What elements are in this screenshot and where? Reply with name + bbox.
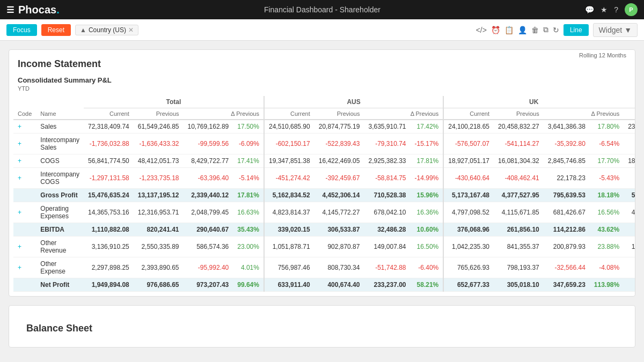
aus-current: 4,823,814.37	[264, 202, 314, 223]
avatar[interactable]: P	[625, 3, 638, 16]
total-delta: 8,429,722.77	[184, 154, 233, 168]
aus-current: 633,911.40	[264, 278, 314, 292]
code-icon[interactable]: </>	[476, 26, 487, 34]
aus-pct: 58.21%	[411, 278, 444, 292]
total-pct: 99.64%	[233, 278, 264, 292]
total-delta: 290,640.67	[184, 223, 233, 237]
aus-pct: 17.42%	[411, 120, 444, 134]
row-code[interactable]: +	[13, 134, 36, 154]
total-delta: -63,396.40	[184, 168, 233, 189]
row-code[interactable]: +	[13, 154, 36, 168]
toolbar-right: </> ⏰ 📋 👤 🗑 ⧉ ↻ Line Widget ▼	[476, 23, 638, 37]
user-icon[interactable]: 👤	[518, 26, 527, 34]
aus-previous: 4,145,772.27	[314, 202, 364, 223]
uk-previous: 305,018.10	[494, 278, 544, 292]
line-button[interactable]: Line	[564, 24, 589, 36]
table-row: + Other Expense 2,297,898.25 2,393,890.6…	[13, 257, 635, 278]
logo-text: Phocas.	[18, 4, 60, 16]
table-row: Net Profit 1,949,894.08 976,686.65 973,2…	[13, 278, 635, 292]
extra-current: 395,792.97	[624, 223, 635, 237]
row-code[interactable]: +	[13, 237, 36, 257]
uk-pct: 23.88%	[590, 237, 624, 257]
col-header-row: Code Name Current Previous Δ Previous Cu…	[13, 108, 635, 120]
widget-label: Widget	[599, 26, 623, 34]
reset-button[interactable]: Reset	[41, 24, 71, 36]
expand-icon[interactable]: +	[18, 243, 21, 250]
trash-icon[interactable]: 🗑	[531, 26, 539, 34]
total-current: 1,110,882.08	[84, 223, 134, 237]
aus-delta: 678,042.10	[364, 202, 410, 223]
uk-current: 652,677.33	[443, 278, 494, 292]
expand-icon[interactable]: +	[18, 123, 21, 130]
balance-sheet-card: Balance Sheet	[9, 305, 635, 348]
extra-current: 663,305.35	[624, 278, 635, 292]
filter-tag[interactable]: ▲ Country (US) ✕	[75, 25, 138, 35]
refresh-icon[interactable]: ↻	[553, 26, 559, 34]
uk-previous: 798,193.37	[494, 257, 544, 278]
income-table: Total AUS UK Code Name Current Previous …	[13, 96, 635, 292]
total-current: 15,476,635.24	[84, 189, 134, 202]
hamburger-icon[interactable]: ☰	[6, 5, 14, 15]
row-code	[13, 189, 36, 202]
aus-previous: 902,870.87	[314, 237, 364, 257]
main-content: Income Statement Consolidated Summary P&…	[0, 41, 644, 356]
uk-current: 5,173,167.48	[443, 189, 494, 202]
total-current: 2,297,898.25	[84, 257, 134, 278]
total-delta: 10,769,162.89	[184, 120, 233, 134]
income-table-container: Total AUS UK Code Name Current Previous …	[9, 96, 635, 296]
uk-pct: 17.70%	[590, 154, 624, 168]
income-statement-title: Income Statement	[9, 50, 120, 74]
aus-previous: -522,839.43	[314, 134, 364, 154]
chat-icon[interactable]: 💬	[585, 5, 594, 14]
expand-icon[interactable]: +	[18, 209, 21, 216]
help-icon[interactable]: ?	[614, 5, 618, 14]
aus-delta: -51,742.88	[364, 257, 410, 278]
uk-delta: 114,212.86	[544, 223, 590, 237]
uk-delta: 347,659.23	[544, 278, 590, 292]
row-name: Other Revenue	[36, 237, 84, 257]
uk-delta: 200,879.93	[544, 237, 590, 257]
focus-button[interactable]: Focus	[6, 24, 37, 36]
aus-current: -451,274.42	[264, 168, 314, 189]
row-code[interactable]: +	[13, 202, 36, 223]
extra-header	[624, 96, 635, 108]
income-table-body: + Sales 72,318,409.74 61,549,246.85 10,7…	[13, 120, 635, 292]
total-current: 72,318,409.74	[84, 120, 134, 134]
total-previous: 976,686.65	[134, 278, 184, 292]
row-code[interactable]: +	[13, 120, 36, 134]
widget-button[interactable]: Widget ▼	[593, 23, 638, 37]
row-code[interactable]: +	[13, 257, 36, 278]
total-previous: -1,233,735.18	[134, 168, 184, 189]
uk-current: 1,042,235.30	[443, 237, 494, 257]
copy-icon[interactable]: ⧉	[543, 25, 548, 34]
topbar-icons: 💬 ★ ? P	[585, 3, 638, 16]
total-previous: 13,137,195.12	[134, 189, 184, 202]
expand-icon[interactable]: +	[18, 140, 21, 147]
uk-previous: 4,115,671.85	[494, 202, 544, 223]
uk-delta: 3,641,386.38	[544, 120, 590, 134]
expand-icon[interactable]: +	[18, 264, 21, 271]
uk-pct: -5.43%	[590, 168, 624, 189]
total-current: 14,365,753.16	[84, 202, 134, 223]
aus-current: -602,150.17	[264, 134, 314, 154]
aus-pct: 10.60%	[411, 223, 444, 237]
uk-delta: 681,426.67	[544, 202, 590, 223]
table-row: + Intercompany Sales -1,736,032.88 -1,63…	[13, 134, 635, 154]
total-pct: 35.43%	[233, 223, 264, 237]
aus-current-header: Current	[264, 108, 314, 120]
period-label: YTD	[9, 85, 120, 96]
expand-icon[interactable]: +	[18, 174, 21, 182]
uk-pct: 16.56%	[590, 202, 624, 223]
uk-previous: -541,114.27	[494, 134, 544, 154]
uk-previous: 841,355.37	[494, 237, 544, 257]
row-code	[13, 223, 36, 237]
aus-delta: 32,486.28	[364, 223, 410, 237]
filter-close-icon[interactable]: ✕	[128, 26, 134, 34]
clock-icon[interactable]: ⏰	[491, 26, 500, 34]
uk-current: -576,507.07	[443, 134, 494, 154]
row-code[interactable]: +	[13, 168, 36, 189]
expand-icon[interactable]: +	[18, 157, 21, 165]
star-icon[interactable]: ★	[601, 5, 608, 14]
export-icon[interactable]: 📋	[504, 26, 514, 34]
code-col-header: Code	[13, 108, 36, 120]
